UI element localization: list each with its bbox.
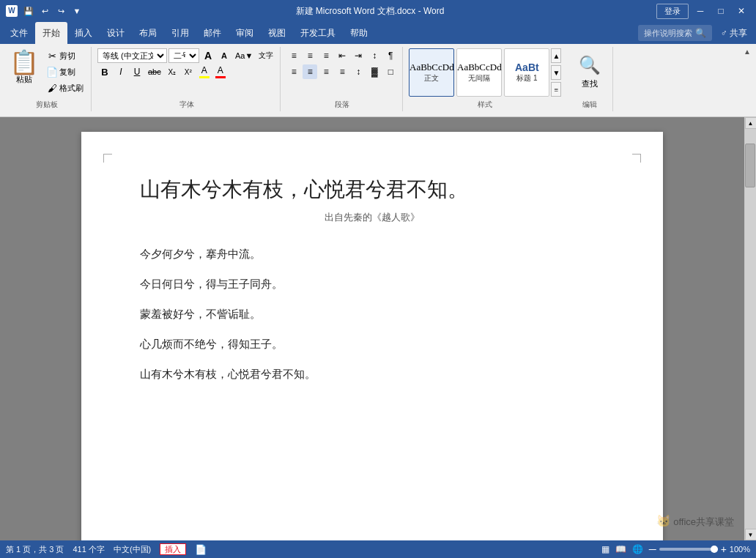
title-bar-title: 新建 Microsoft Word 文档.docx - Word [84, 5, 656, 18]
zoom-out-button[interactable]: ─ [649, 543, 656, 555]
corner-mark-tl [103, 154, 112, 163]
font-content: 等线 (中文正文 二号 A A Aa▼ 文字 B I U abc X₂ X² A [97, 48, 275, 79]
multilevel-button[interactable]: ≡ [319, 48, 333, 63]
scroll-up-button[interactable]: ▲ [745, 117, 757, 129]
clipboard-content: 📋 粘贴 ✂ 剪切 📄 复制 🖌 格式刷 [7, 48, 86, 98]
menu-references[interactable]: 引用 [164, 22, 196, 44]
login-button[interactable]: 登录 [656, 4, 689, 19]
italic-button[interactable]: I [114, 64, 128, 79]
highlight-button[interactable]: A [197, 64, 212, 79]
title-bar-controls: 登录 ─ □ ✕ [656, 4, 750, 19]
subscript-button[interactable]: X₂ [165, 64, 179, 79]
font-name-select[interactable]: 等线 (中文正文 [97, 48, 167, 63]
copy-label: 复制 [59, 67, 75, 78]
style-normal-preview: AaBbCcDd [410, 62, 454, 73]
strikethrough-button[interactable]: abc [146, 64, 163, 79]
copy-button[interactable]: 📄 复制 [43, 64, 86, 79]
menu-file[interactable]: 文件 [3, 22, 35, 44]
status-bar: 第 1 页，共 3 页 411 个字 中文(中国) 插入 📄 ▦ 📖 🌐 ─ +… [0, 540, 756, 558]
align-left-button[interactable]: ≡ [286, 64, 301, 79]
menu-help[interactable]: 帮助 [343, 22, 375, 44]
menu-layout[interactable]: 布局 [132, 22, 164, 44]
show-marks-button[interactable]: ¶ [383, 48, 398, 63]
zoom-thumb[interactable] [711, 546, 718, 553]
cut-button[interactable]: ✂ 剪切 [43, 48, 86, 63]
shading-button[interactable]: ▓ [367, 64, 382, 79]
quick-more-btn[interactable]: ▼ [70, 4, 84, 18]
menu-view[interactable]: 视图 [261, 22, 293, 44]
menu-mailings[interactable]: 邮件 [196, 22, 229, 44]
restore-button[interactable]: □ [712, 4, 730, 18]
close-button[interactable]: ✕ [733, 4, 750, 18]
style-heading1-item[interactable]: AaBt 标题 1 [504, 48, 549, 97]
format-painter-button[interactable]: 🖌 格式刷 [43, 81, 86, 95]
document-body[interactable]: 今夕何夕兮，搴舟中流。 今日何日兮，得与王子同舟。 蒙羞被好兮，不訾诟耻。 心几… [140, 245, 604, 384]
insert-mode-button[interactable]: 插入 [160, 543, 186, 555]
document-scroll-area[interactable]: 山有木兮木有枝，心悦君兮君不知。 出自先秦的《越人歌》 今夕何夕兮，搴舟中流。 … [0, 117, 744, 540]
align-center-button[interactable]: ≡ [303, 64, 317, 79]
numbering-button[interactable]: ≡ [303, 48, 317, 63]
word-icon: W [6, 5, 18, 17]
underline-button[interactable]: U [130, 64, 144, 79]
clear-format-button[interactable]: Aa▼ [233, 48, 255, 63]
style-heading1-preview: AaBt [515, 62, 539, 73]
style-scroll-up[interactable]: ▲ [551, 48, 561, 63]
menu-developer[interactable]: 开发工具 [293, 22, 343, 44]
format-painter-label: 格式刷 [59, 83, 84, 94]
style-normal-label: 正文 [424, 73, 439, 83]
align-right-button[interactable]: ≡ [319, 64, 333, 79]
doc-line-2: 今日何日兮，得与王子同舟。 [140, 275, 604, 294]
minimize-button[interactable]: ─ [692, 4, 709, 18]
menu-design[interactable]: 设计 [100, 22, 132, 44]
search-icon: 🔍 [695, 28, 706, 38]
scroll-thumb[interactable] [745, 144, 755, 187]
decrease-indent-button[interactable]: ⇤ [335, 48, 349, 63]
share-button[interactable]: ♂ 共享 [715, 27, 753, 40]
title-bar-left: W 💾 ↩ ↪ ▼ [6, 4, 84, 18]
line-spacing-button[interactable]: ↕ [351, 64, 366, 79]
paste-button[interactable]: 📋 粘贴 [7, 48, 41, 97]
font-shrink-button[interactable]: A [217, 48, 231, 63]
pinyin-button[interactable]: 文字 [256, 48, 275, 63]
style-no-spacing-item[interactable]: AaBbCcDd 无间隔 [456, 48, 502, 97]
font-grow-button[interactable]: A [201, 48, 215, 63]
bold-button[interactable]: B [97, 64, 112, 79]
style-normal-item[interactable]: AaBbCcDd 正文 [409, 48, 454, 97]
scroll-track[interactable] [745, 129, 757, 529]
menu-insert[interactable]: 插入 [67, 22, 100, 44]
font-size-select[interactable]: 二号 [168, 48, 199, 63]
style-scroll-expand[interactable]: ≡ [551, 82, 561, 97]
bullets-button[interactable]: ≡ [286, 48, 301, 63]
style-scroll-down[interactable]: ▼ [551, 65, 561, 80]
highlight-a-label: A [201, 65, 207, 75]
menu-home[interactable]: 开始 [35, 22, 67, 44]
search-box[interactable]: 操作说明搜索 🔍 [638, 25, 712, 41]
quick-undo-btn[interactable]: ↩ [38, 4, 51, 18]
layout-view-btn[interactable]: ▦ [601, 544, 609, 554]
menu-review[interactable]: 审阅 [229, 22, 261, 44]
font-color-button[interactable]: A [213, 64, 228, 79]
style-no-spacing-preview: AaBbCcDd [457, 62, 502, 73]
zoom-slider[interactable] [659, 548, 718, 551]
ribbon-collapse-button[interactable]: ▲ [741, 45, 753, 57]
paragraph-group: ≡ ≡ ≡ ⇤ ⇥ ↕ ¶ ≡ ≡ ≡ ≡ ↕ ▓ □ 段落 [282, 47, 403, 111]
doc-view-button[interactable]: 📄 [195, 544, 207, 555]
copy-icon: 📄 [46, 66, 58, 78]
scroll-down-button[interactable]: ▼ [745, 529, 757, 540]
read-view-btn[interactable]: 📖 [615, 544, 626, 554]
borders-button[interactable]: □ [383, 64, 398, 79]
sort-button[interactable]: ↕ [367, 48, 382, 63]
zoom-in-button[interactable]: + [721, 543, 727, 555]
find-button[interactable]: 🔍 查找 [571, 48, 608, 95]
superscript-button[interactable]: X² [181, 64, 196, 79]
style-gallery: AaBbCcDd 正文 AaBbCcDd 无间隔 AaBt 标题 1 [409, 48, 549, 97]
paragraph-group-label: 段落 [282, 100, 402, 110]
ribbon: 📋 粘贴 ✂ 剪切 📄 复制 🖌 格式刷 剪贴板 [0, 44, 756, 117]
web-view-btn[interactable]: 🌐 [632, 544, 643, 554]
quick-save-btn[interactable]: 💾 [22, 4, 35, 18]
paste-label: 粘贴 [16, 74, 32, 85]
justify-button[interactable]: ≡ [335, 64, 349, 79]
quick-access-toolbar: 💾 ↩ ↪ ▼ [22, 4, 84, 18]
increase-indent-button[interactable]: ⇥ [351, 48, 366, 63]
quick-redo-btn[interactable]: ↪ [54, 4, 67, 18]
